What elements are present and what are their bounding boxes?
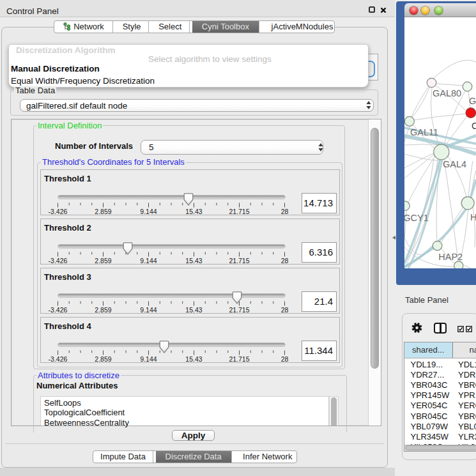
svg-text:GA: GA bbox=[469, 96, 476, 106]
svg-text:HAP2: HAP2 bbox=[438, 252, 463, 262]
svg-text:C: C bbox=[472, 121, 476, 131]
svg-text:H: H bbox=[470, 212, 476, 222]
svg-text:GAL4: GAL4 bbox=[443, 159, 466, 169]
svg-text:GCY1: GCY1 bbox=[404, 213, 429, 223]
svg-text:GAL11: GAL11 bbox=[410, 127, 438, 137]
svg-text:GAL80: GAL80 bbox=[433, 88, 461, 98]
